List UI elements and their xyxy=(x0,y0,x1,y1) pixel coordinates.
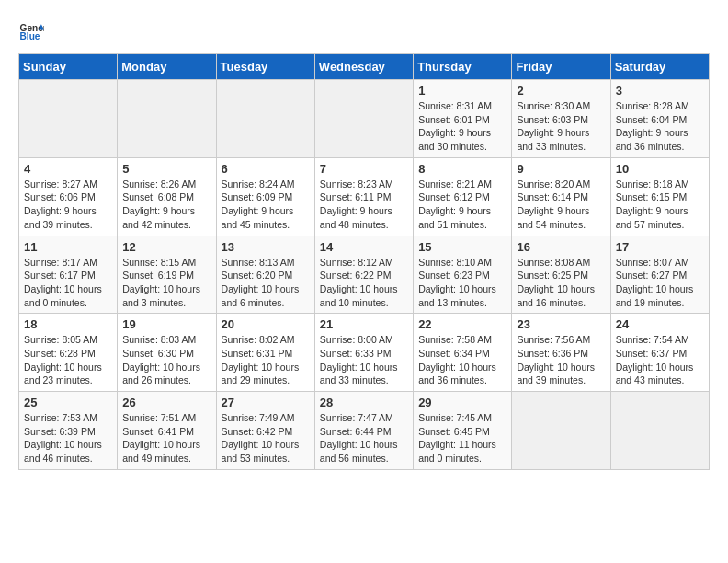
calendar-cell: 26Sunrise: 7:51 AM Sunset: 6:41 PM Dayli… xyxy=(118,392,216,470)
cell-info: Sunrise: 8:08 AM Sunset: 6:25 PM Dayligh… xyxy=(517,256,605,310)
day-number: 12 xyxy=(122,240,210,254)
day-number: 16 xyxy=(517,240,605,254)
column-header-monday: Monday xyxy=(118,54,216,80)
day-number: 1 xyxy=(418,84,506,98)
day-number: 26 xyxy=(122,396,210,409)
calendar-cell: 17Sunrise: 8:07 AM Sunset: 6:27 PM Dayli… xyxy=(610,236,709,314)
calendar-cell: 1Sunrise: 8:31 AM Sunset: 6:01 PM Daylig… xyxy=(414,80,512,158)
day-number: 6 xyxy=(222,162,310,176)
day-number: 27 xyxy=(222,396,310,409)
calendar-cell: 14Sunrise: 8:12 AM Sunset: 6:22 PM Dayli… xyxy=(314,236,413,314)
cell-info: Sunrise: 8:28 AM Sunset: 6:04 PM Dayligh… xyxy=(616,99,704,154)
cell-info: Sunrise: 8:12 AM Sunset: 6:22 PM Dayligh… xyxy=(320,256,408,310)
calendar-week-row: 4Sunrise: 8:27 AM Sunset: 6:06 PM Daylig… xyxy=(19,157,710,236)
calendar-cell: 2Sunrise: 8:30 AM Sunset: 6:03 PM Daylig… xyxy=(512,80,610,158)
cell-info: Sunrise: 8:07 AM Sunset: 6:27 PM Dayligh… xyxy=(616,256,704,310)
calendar-cell: 18Sunrise: 8:05 AM Sunset: 6:28 PM Dayli… xyxy=(19,314,118,392)
day-number: 5 xyxy=(122,162,210,176)
page-header: General Blue xyxy=(18,18,710,44)
column-header-tuesday: Tuesday xyxy=(216,54,314,80)
calendar-table: SundayMondayTuesdayWednesdayThursdayFrid… xyxy=(18,53,710,470)
calendar-header-row: SundayMondayTuesdayWednesdayThursdayFrid… xyxy=(19,54,710,80)
calendar-cell: 27Sunrise: 7:49 AM Sunset: 6:42 PM Dayli… xyxy=(216,392,314,470)
calendar-cell: 23Sunrise: 7:56 AM Sunset: 6:36 PM Dayli… xyxy=(512,314,610,392)
day-number: 10 xyxy=(616,162,704,176)
calendar-cell: 7Sunrise: 8:23 AM Sunset: 6:11 PM Daylig… xyxy=(314,157,413,236)
column-header-thursday: Thursday xyxy=(414,54,512,80)
day-number: 22 xyxy=(418,317,506,331)
cell-info: Sunrise: 7:47 AM Sunset: 6:44 PM Dayligh… xyxy=(320,411,408,465)
calendar-cell: 28Sunrise: 7:47 AM Sunset: 6:44 PM Dayli… xyxy=(314,392,413,470)
calendar-cell: 19Sunrise: 8:03 AM Sunset: 6:30 PM Dayli… xyxy=(118,314,216,392)
calendar-cell: 8Sunrise: 8:21 AM Sunset: 6:12 PM Daylig… xyxy=(414,157,512,236)
cell-info: Sunrise: 8:18 AM Sunset: 6:15 PM Dayligh… xyxy=(616,178,704,232)
calendar-cell: 12Sunrise: 8:15 AM Sunset: 6:19 PM Dayli… xyxy=(118,236,216,314)
cell-info: Sunrise: 8:27 AM Sunset: 6:06 PM Dayligh… xyxy=(24,178,112,232)
calendar-cell xyxy=(512,392,610,470)
cell-info: Sunrise: 8:26 AM Sunset: 6:08 PM Dayligh… xyxy=(122,178,210,232)
column-header-friday: Friday xyxy=(512,54,610,80)
calendar-cell xyxy=(19,80,118,158)
calendar-cell: 24Sunrise: 7:54 AM Sunset: 6:37 PM Dayli… xyxy=(610,314,709,392)
calendar-week-row: 11Sunrise: 8:17 AM Sunset: 6:17 PM Dayli… xyxy=(19,236,710,314)
cell-info: Sunrise: 8:10 AM Sunset: 6:23 PM Dayligh… xyxy=(418,256,506,310)
day-number: 23 xyxy=(517,317,605,331)
calendar-cell: 29Sunrise: 7:45 AM Sunset: 6:45 PM Dayli… xyxy=(414,392,512,470)
day-number: 3 xyxy=(616,84,704,98)
cell-info: Sunrise: 8:30 AM Sunset: 6:03 PM Dayligh… xyxy=(517,99,605,154)
day-number: 13 xyxy=(222,240,310,254)
calendar-cell xyxy=(118,80,216,158)
day-number: 15 xyxy=(418,240,506,254)
day-number: 19 xyxy=(122,317,210,331)
cell-info: Sunrise: 8:02 AM Sunset: 6:31 PM Dayligh… xyxy=(222,333,310,387)
logo-icon: General Blue xyxy=(18,18,44,44)
column-header-saturday: Saturday xyxy=(610,54,709,80)
cell-info: Sunrise: 7:53 AM Sunset: 6:39 PM Dayligh… xyxy=(24,411,112,465)
cell-info: Sunrise: 8:13 AM Sunset: 6:20 PM Dayligh… xyxy=(222,256,310,310)
cell-info: Sunrise: 7:58 AM Sunset: 6:34 PM Dayligh… xyxy=(418,333,506,387)
column-header-wednesday: Wednesday xyxy=(314,54,413,80)
day-number: 24 xyxy=(616,317,704,331)
day-number: 11 xyxy=(24,240,112,254)
cell-info: Sunrise: 8:24 AM Sunset: 6:09 PM Dayligh… xyxy=(222,178,310,232)
cell-info: Sunrise: 8:03 AM Sunset: 6:30 PM Dayligh… xyxy=(122,333,210,387)
cell-info: Sunrise: 7:45 AM Sunset: 6:45 PM Dayligh… xyxy=(418,411,506,465)
calendar-week-row: 25Sunrise: 7:53 AM Sunset: 6:39 PM Dayli… xyxy=(19,392,710,470)
cell-info: Sunrise: 7:49 AM Sunset: 6:42 PM Dayligh… xyxy=(222,411,310,465)
day-number: 4 xyxy=(24,162,112,176)
cell-info: Sunrise: 8:17 AM Sunset: 6:17 PM Dayligh… xyxy=(24,256,112,310)
column-header-sunday: Sunday xyxy=(19,54,118,80)
cell-info: Sunrise: 8:05 AM Sunset: 6:28 PM Dayligh… xyxy=(24,333,112,387)
calendar-cell: 16Sunrise: 8:08 AM Sunset: 6:25 PM Dayli… xyxy=(512,236,610,314)
calendar-cell xyxy=(216,80,314,158)
cell-info: Sunrise: 7:56 AM Sunset: 6:36 PM Dayligh… xyxy=(517,333,605,387)
calendar-cell: 21Sunrise: 8:00 AM Sunset: 6:33 PM Dayli… xyxy=(314,314,413,392)
day-number: 18 xyxy=(24,317,112,331)
calendar-cell xyxy=(610,392,709,470)
svg-text:Blue: Blue xyxy=(20,31,40,41)
cell-info: Sunrise: 8:15 AM Sunset: 6:19 PM Dayligh… xyxy=(122,256,210,310)
calendar-cell: 5Sunrise: 8:26 AM Sunset: 6:08 PM Daylig… xyxy=(118,157,216,236)
logo: General Blue xyxy=(18,18,48,44)
cell-info: Sunrise: 8:00 AM Sunset: 6:33 PM Dayligh… xyxy=(320,333,408,387)
calendar-cell: 25Sunrise: 7:53 AM Sunset: 6:39 PM Dayli… xyxy=(19,392,118,470)
calendar-week-row: 1Sunrise: 8:31 AM Sunset: 6:01 PM Daylig… xyxy=(19,80,710,158)
day-number: 29 xyxy=(418,396,506,409)
cell-info: Sunrise: 7:51 AM Sunset: 6:41 PM Dayligh… xyxy=(122,411,210,465)
day-number: 17 xyxy=(616,240,704,254)
calendar-cell: 20Sunrise: 8:02 AM Sunset: 6:31 PM Dayli… xyxy=(216,314,314,392)
calendar-cell xyxy=(314,80,413,158)
calendar-cell: 4Sunrise: 8:27 AM Sunset: 6:06 PM Daylig… xyxy=(19,157,118,236)
cell-info: Sunrise: 7:54 AM Sunset: 6:37 PM Dayligh… xyxy=(616,333,704,387)
day-number: 7 xyxy=(320,162,408,176)
calendar-cell: 3Sunrise: 8:28 AM Sunset: 6:04 PM Daylig… xyxy=(610,80,709,158)
cell-info: Sunrise: 8:23 AM Sunset: 6:11 PM Dayligh… xyxy=(320,178,408,232)
calendar-cell: 15Sunrise: 8:10 AM Sunset: 6:23 PM Dayli… xyxy=(414,236,512,314)
calendar-cell: 13Sunrise: 8:13 AM Sunset: 6:20 PM Dayli… xyxy=(216,236,314,314)
calendar-cell: 22Sunrise: 7:58 AM Sunset: 6:34 PM Dayli… xyxy=(414,314,512,392)
calendar-cell: 10Sunrise: 8:18 AM Sunset: 6:15 PM Dayli… xyxy=(610,157,709,236)
day-number: 21 xyxy=(320,317,408,331)
calendar-cell: 9Sunrise: 8:20 AM Sunset: 6:14 PM Daylig… xyxy=(512,157,610,236)
day-number: 25 xyxy=(24,396,112,409)
calendar-week-row: 18Sunrise: 8:05 AM Sunset: 6:28 PM Dayli… xyxy=(19,314,710,392)
